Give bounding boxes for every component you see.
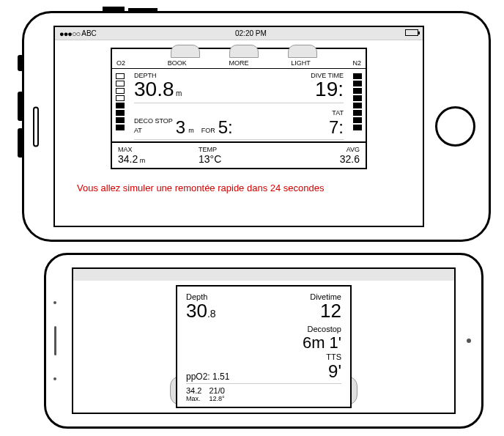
tab-o2[interactable]: O2 [116,59,125,67]
temp-value: 12.8° [209,395,224,402]
divetime-value: 12 [310,301,341,320]
deco-at-unit: m [188,127,194,134]
max-value: 34.2 [186,386,201,395]
divetime-value: 19: [315,79,344,100]
dive-computer-display: Depth 30.8 Divetime 12 Decostop 6m 1' [176,285,352,408]
depth-value: 30.8 [134,78,174,100]
tab-light[interactable]: LIGHT [291,59,311,67]
status-bar-blank [73,269,454,281]
tts-value: 9' [326,361,341,382]
max-label: MAX [118,146,199,153]
mix-value: 21/0 [209,386,224,395]
tab-more[interactable]: MORE [229,59,249,67]
deco-for-value: 5: [218,119,233,136]
depth-decimal: .8 [207,308,216,319]
deco-for-label: FOR [201,127,215,134]
max-value: 34.2 [118,153,138,165]
phone-bottom-mockup: Depth 30.8 Divetime 12 Decostop 6m 1' [44,253,483,429]
status-time: 02:20 PM [97,29,405,37]
phone-sensors [53,301,56,380]
status-bar: ●●●○○ ABC 02:20 PM [55,27,423,40]
phone-top-mockup: ●●●○○ ABC 02:20 PM O2 BOOK [22,11,491,242]
alert-message: Vous allez simuler une remontée rapide d… [77,182,325,193]
n2-bar-gauge [349,69,366,141]
signal-dots: ●●●○○ [59,29,80,38]
max-label: Max. [186,395,201,402]
depth-unit: m [176,89,182,97]
depth-value: 30 [186,300,207,322]
phone-sensor [467,339,471,343]
carrier-label: ABC [81,29,97,37]
battery-icon [405,29,418,36]
home-button[interactable] [435,106,475,147]
deco-at-label: AT [134,127,173,134]
tab-n2[interactable]: N2 [352,59,361,67]
avg-value: 32.6 [340,153,360,165]
phone-screen: Depth 30.8 Divetime 12 Decostop 6m 1' [72,267,456,414]
tts-label: TTS [326,352,341,361]
temp-label: TEMP [199,146,279,153]
deco-at-value: 3 [176,119,185,136]
decostop-value: 6m 1' [303,333,341,352]
tat-label: TAT [332,109,344,117]
phone-speaker [33,106,39,147]
ppo2-value: 1.51 [212,372,229,382]
phone-screen: ●●●○○ ABC 02:20 PM O2 BOOK [53,26,424,227]
tat-value: 7: [329,119,344,136]
ppo2-label: ppO2: [186,372,210,382]
decostop-label: Decostop [303,325,341,333]
dive-computer-display: O2 BOOK MORE LIGHT N2 [111,48,367,169]
deco-label: DECO STOP [134,117,173,125]
tab-book[interactable]: BOOK [168,59,187,67]
o2-bar-gauge [112,69,128,141]
max-unit: m [140,157,146,164]
avg-label: AVG [346,146,360,153]
temp-value: 13°C [199,153,279,165]
